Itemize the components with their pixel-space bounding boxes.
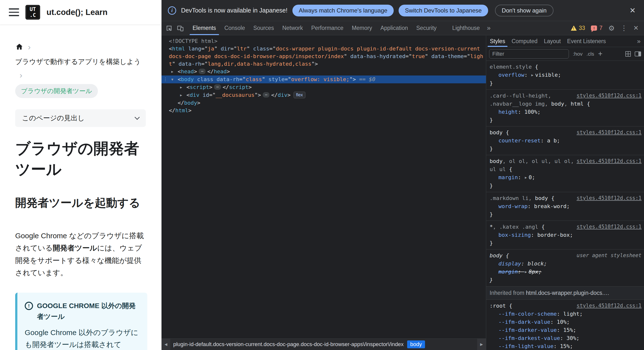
css-property[interactable]: counter-reset: a b; <box>490 136 642 145</box>
logo-text-bottom: .C <box>30 12 36 18</box>
menu-icon[interactable] <box>9 8 19 16</box>
css-property[interactable]: --ifm-light-value: 15%; <box>490 342 642 350</box>
node-head[interactable]: ▶<head>⋯</head> <box>162 68 486 76</box>
node-doctype[interactable]: <!DOCTYPE html> <box>162 37 486 45</box>
settings-gear-icon[interactable]: ⚙ <box>608 24 615 32</box>
computed-panel-toggle-icon[interactable] <box>635 52 641 56</box>
section-heading: 開発者ツールを起動する <box>15 195 146 211</box>
stylesheet-link[interactable]: styles.4510f12d.css:1 <box>576 194 642 202</box>
page-title: ブラウザの開発者ツール <box>15 138 147 180</box>
tab-lighthouse[interactable]: Lighthouse <box>448 21 484 35</box>
css-property[interactable]: word-wrap: break-word; <box>490 202 642 210</box>
node-body-selected[interactable]: ▼⋮<body class data-rh="class" style="ove… <box>162 76 486 83</box>
css-property[interactable]: display: block; <box>490 260 642 268</box>
rule-close-brace: } <box>490 182 642 190</box>
breadcrumb-current: ブラウザの開発者ツール <box>15 84 98 98</box>
close-icon[interactable]: ✕ <box>628 6 638 15</box>
styles-tab-styles[interactable]: Styles <box>487 36 508 47</box>
stylesheet-link[interactable]: styles.4510f12d.css:1 <box>576 223 642 231</box>
stylesheet-link[interactable]: styles.4510f12d.css:1 <box>576 128 642 136</box>
devtools-window: i DevTools is now available in Japanese!… <box>162 0 644 350</box>
crumb-html[interactable]: plugin-id-default.docs-version-current.d… <box>173 341 404 347</box>
tab-security[interactable]: Security <box>412 21 441 35</box>
css-property[interactable]: --ifm-dark-value: 10%; <box>490 318 642 326</box>
node-html-open[interactable]: <html lang="ja" dir="ltr" class="docs-wr… <box>162 45 486 68</box>
style-rule: styles.4510f12d.css:1body, ol ol, ol ul,… <box>486 155 644 192</box>
css-property[interactable]: --ifm-color-scheme: light; <box>490 310 642 318</box>
crumb-scroll-left-icon[interactable]: ◀ <box>162 339 170 350</box>
tab-performance[interactable]: Performance <box>307 21 348 35</box>
toggle-pseudo-classes-button[interactable]: :hov <box>573 51 582 57</box>
devtools-main: <!DOCTYPE html><html lang="ja" dir="ltr"… <box>162 36 644 350</box>
stylesheet-link[interactable]: styles.4510f12d.css:1 <box>576 92 642 100</box>
tab-network[interactable]: Network <box>278 21 307 35</box>
grid-overlay-icon[interactable] <box>626 51 631 57</box>
infobar-message: DevTools is now available in Japanese! <box>181 7 288 14</box>
admonition-title: ! GOOGLE CHROME 以外の開発者ツール <box>25 300 140 322</box>
node-docusaurus-div[interactable]: ▶<div id="__docusaurus">⋯</div>flex <box>162 91 486 99</box>
stylesheet-link[interactable]: styles.4510f12d.css:1 <box>576 157 642 165</box>
styles-sidebar-tabs: StylesComputedLayoutEvent Listeners » <box>486 36 644 47</box>
device-toolbar-icon[interactable] <box>175 23 186 34</box>
chevron-right-icon: › <box>28 43 30 51</box>
close-devtools-icon[interactable]: ✕ <box>633 24 638 32</box>
devtools-toolbar: ElementsConsoleSourcesNetworkPerformance… <box>162 21 644 35</box>
info-admonition: ! GOOGLE CHROME 以外の開発者ツール Google Chrome … <box>15 293 147 350</box>
issues-counter[interactable]: ! 7 <box>591 25 602 31</box>
new-style-rule-button[interactable]: + <box>598 50 602 58</box>
style-rule: styles.4510f12d.css:1.card--full-height,… <box>486 90 644 126</box>
doc-paragraph: Google Chrome などのブラウザに搭載されている開発者ツールには、ウェ… <box>15 230 147 279</box>
toggle-element-classes-button[interactable]: .cls <box>586 51 594 57</box>
css-property[interactable]: --ifm-darker-value: 15%; <box>490 326 642 334</box>
tab-application[interactable]: Application <box>376 21 412 35</box>
node-html-close[interactable]: </html> <box>162 107 486 114</box>
breadcrumb: › <box>15 43 146 51</box>
style-rule: styles.4510f12d.css:1.markdown li, body … <box>486 192 644 221</box>
style-rule: element.style {overflow: ▶visible;} <box>486 61 644 90</box>
more-sidebar-tabs-icon[interactable]: » <box>637 38 644 45</box>
tab-elements[interactable]: Elements <box>188 21 220 35</box>
css-property[interactable]: overflow: ▶visible; <box>490 71 642 79</box>
node-body-close[interactable]: </body> <box>162 99 486 107</box>
more-options-icon[interactable]: ⋮ <box>620 24 627 32</box>
breadcrumb-level1[interactable]: ブラウザで動作するアプリを構築しよう <box>15 57 146 66</box>
crumb-scroll-right-icon[interactable]: ▶ <box>477 339 486 350</box>
crumb-body[interactable]: body <box>407 340 425 348</box>
always-match-language-button[interactable]: Always match Chrome's language <box>292 5 394 17</box>
toc-label: このページの見出し <box>22 113 85 123</box>
warnings-counter[interactable]: 33 <box>571 25 585 31</box>
styles-filter-input[interactable] <box>489 49 569 59</box>
css-property[interactable]: height: 100%; <box>490 108 642 116</box>
css-property[interactable]: margin: ▶8px; <box>490 268 642 276</box>
style-rule: styles.4510f12d.css:1*, .katex .angl {bo… <box>486 221 644 250</box>
screen: UT .C ut.code(); Learn › ブラウザで動作するアプリを構築… <box>0 0 644 350</box>
rule-close-brace: } <box>490 276 642 284</box>
css-property[interactable]: box-sizing: border-box; <box>490 231 642 239</box>
dont-show-again-button[interactable]: Don't show again <box>495 5 554 17</box>
stylesheet-link[interactable]: styles.4510f12d.css:1 <box>576 302 642 310</box>
css-property[interactable]: margin: ▶0; <box>490 173 642 182</box>
tab-console[interactable]: Console <box>220 21 249 35</box>
inherited-element-link[interactable]: html.docs-wrapper.plugin-docs.… <box>526 290 609 296</box>
dom-tree: <!DOCTYPE html><html lang="ja" dir="ltr"… <box>162 36 486 338</box>
chevron-down-icon <box>134 115 140 120</box>
site-title[interactable]: ut.code(); Learn <box>46 8 108 17</box>
tab-memory[interactable]: Memory <box>348 21 376 35</box>
node-script[interactable]: ▶<script>⋯</script> <box>162 83 486 91</box>
styles-tab-computed[interactable]: Computed <box>508 36 541 47</box>
styles-tab-strip: StylesComputedLayoutEvent Listeners <box>487 36 609 47</box>
more-tabs-icon[interactable]: » <box>484 24 494 32</box>
site-logo[interactable]: UT .C <box>26 5 40 20</box>
tab-sources[interactable]: Sources <box>249 21 278 35</box>
toc-collapsible[interactable]: このページの見出し <box>15 109 146 127</box>
docs-page: UT .C ut.code(); Learn › ブラウザで動作するアプリを構築… <box>0 0 162 350</box>
home-icon[interactable] <box>15 43 24 51</box>
rule-close-brace: } <box>490 239 642 247</box>
styles-tab-layout[interactable]: Layout <box>541 36 564 47</box>
switch-devtools-japanese-button[interactable]: Switch DevTools to Japanese <box>398 5 488 17</box>
css-property[interactable]: --ifm-darkest-value: 30%; <box>490 334 642 342</box>
inspect-element-icon[interactable] <box>164 23 175 34</box>
issues-icon: ! <box>591 26 597 31</box>
styles-tab-event-listeners[interactable]: Event Listeners <box>564 36 609 47</box>
toolbar-right-cluster: 33 ! 7 ⚙ ⋮ ✕ <box>571 24 642 32</box>
